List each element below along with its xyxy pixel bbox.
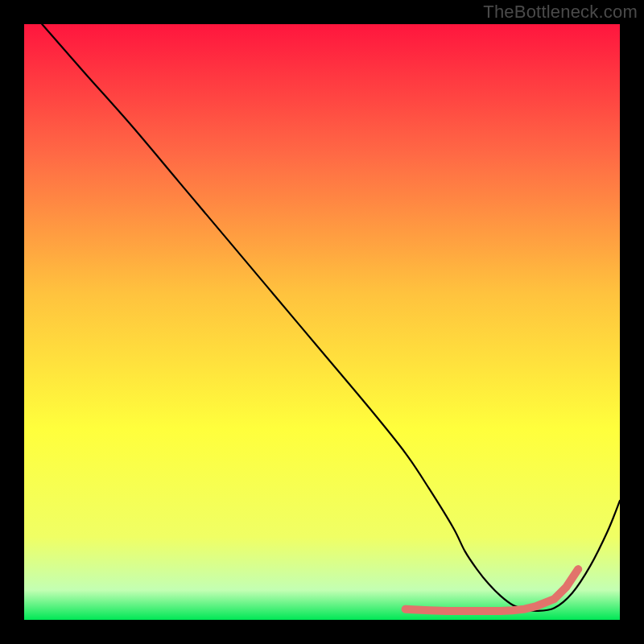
chart-frame: TheBottleneck.com	[0, 0, 644, 644]
chart-svg	[24, 24, 620, 620]
watermark-text: TheBottleneck.com	[483, 2, 638, 23]
plot-area	[24, 24, 620, 620]
gradient-bg	[24, 24, 620, 620]
